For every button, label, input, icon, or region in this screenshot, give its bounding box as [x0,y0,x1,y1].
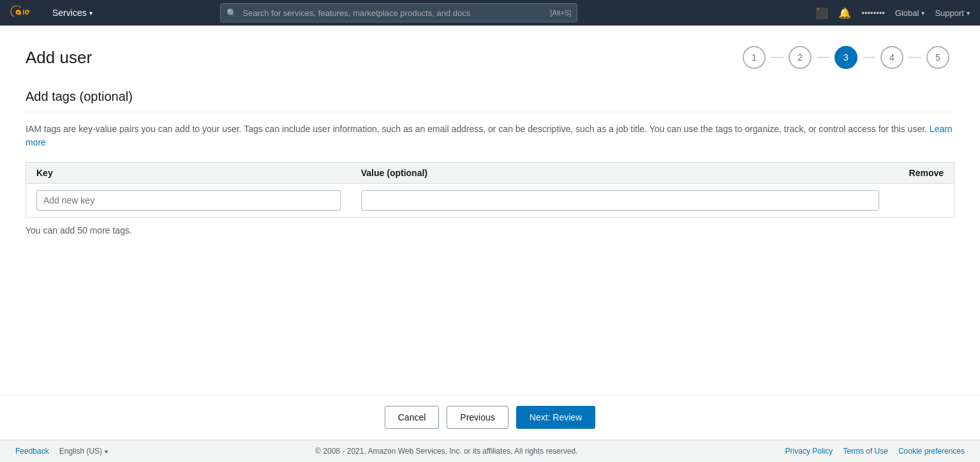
page-header: Add user 1 2 3 4 5 [26,46,954,69]
next-review-button[interactable]: Next: Review [516,406,595,429]
support-chevron-icon: ▾ [967,10,970,17]
step-4: 4 [880,46,903,69]
previous-button[interactable]: Previous [447,406,508,429]
step-2: 2 [789,46,812,69]
notification-bell-icon[interactable]: 🔔 [838,7,851,19]
footer-left: Feedback English (US) ▾ [15,447,108,456]
page-title: Add user [26,48,92,68]
tags-table: Key Value (optional) Remove [26,162,954,218]
feedback-link[interactable]: Feedback [15,447,49,456]
cookie-preferences-link[interactable]: Cookie preferences [898,447,965,456]
section-description-text: IAM tags are key-value pairs you can add… [26,124,927,134]
region-menu[interactable]: Global ▾ [895,8,925,18]
nav-right: ⬛ 🔔 •••••••• Global ▾ Support ▾ [815,7,970,19]
table-row [26,184,954,218]
key-cell [26,184,351,218]
tag-key-input[interactable] [36,190,341,211]
top-navigation: Services ▾ 🔍 [Alt+S] ⬛ 🔔 •••••••• Global… [0,0,980,26]
footer-copyright: © 2008 - 2021, Amazon Web Services, Inc.… [108,447,785,456]
language-selector[interactable]: English (US) ▾ [59,447,108,456]
terms-of-use-link[interactable]: Terms of Use [843,447,888,456]
section-description: IAM tags are key-value pairs you can add… [26,123,954,149]
footer-actions: Cancel Previous Next: Review [0,395,980,439]
search-icon: 🔍 [226,8,237,18]
step-1: 1 [743,46,766,69]
bottom-footer: Feedback English (US) ▾ © 2008 - 2021, A… [0,440,980,462]
footer-right: Privacy Policy Terms of Use Cookie prefe… [785,447,965,456]
col-remove-header: Remove [889,163,954,184]
remove-cell [889,184,954,218]
support-label: Support [935,8,964,18]
services-chevron-icon: ▾ [89,10,93,17]
search-shortcut: [Alt+S] [551,9,572,17]
support-menu[interactable]: Support ▾ [935,8,970,18]
step-connector-2-3 [817,57,829,58]
language-label: English (US) [59,447,102,456]
step-connector-1-2 [771,57,783,58]
services-label: Services [52,8,87,18]
steps-indicator: 1 2 3 4 5 [738,46,954,69]
aws-logo[interactable] [10,5,34,20]
section-title: Add tags (optional) [26,89,954,112]
col-value-header: Value (optional) [351,163,889,184]
cloud-shell-icon[interactable]: ⬛ [815,7,828,19]
cancel-button[interactable]: Cancel [385,406,440,429]
step-connector-4-5 [909,57,921,58]
services-menu[interactable]: Services ▾ [47,5,98,20]
tag-value-input[interactable] [361,190,879,211]
search-container: 🔍 [Alt+S] [220,3,577,22]
search-input[interactable] [220,3,577,22]
region-label: Global [895,8,919,18]
tag-count-text: You can add 50 more tags. [26,225,954,235]
step-5: 5 [926,46,949,69]
step-3: 3 [835,46,858,69]
region-chevron-icon: ▾ [921,10,924,17]
step-connector-3-4 [863,57,875,58]
copyright-text: © 2008 - 2021, Amazon Web Services, Inc.… [315,447,577,456]
table-header-row: Key Value (optional) Remove [26,163,954,184]
privacy-policy-link[interactable]: Privacy Policy [785,447,833,456]
value-cell [351,184,889,218]
username-menu[interactable]: •••••••• [861,8,884,18]
col-key-header: Key [26,163,351,184]
